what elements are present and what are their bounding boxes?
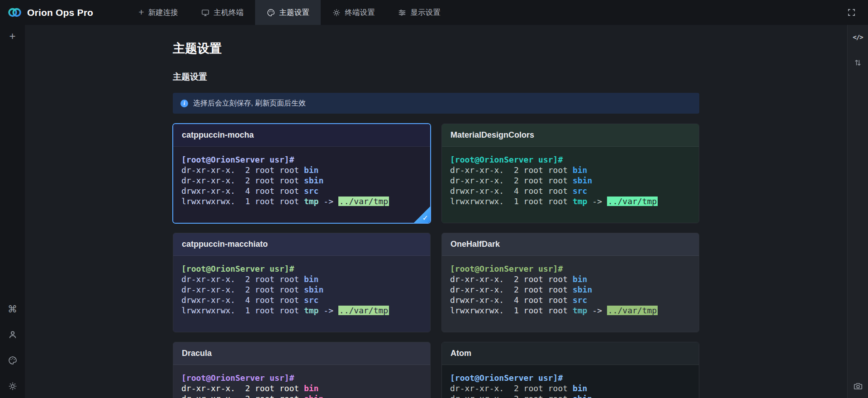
- sliders-icon: [398, 9, 406, 17]
- section-title: 主题设置: [173, 72, 699, 82]
- screenshot-camera-icon[interactable]: [853, 381, 863, 392]
- plus-icon: +: [138, 7, 144, 17]
- theme-card-title: catppuccin-mocha: [173, 124, 430, 147]
- settings-container: 主题设置 主题设置 i 选择后会立刻保存, 刷新页面后生效 catppuccin…: [173, 25, 699, 398]
- nav-item-display-settings[interactable]: 显示设置: [386, 0, 452, 25]
- terminal-preview: [root@OrionServer usr]#dr-xr-xr-x. 2 roo…: [173, 365, 430, 398]
- nav-item-theme-settings[interactable]: 主题设置: [255, 0, 321, 25]
- theme-card[interactable]: Atom [root@OrionServer usr]#dr-xr-xr-x. …: [441, 342, 699, 398]
- nav-item-label: 主题设置: [279, 8, 309, 18]
- nav-item-label: 终端设置: [345, 8, 375, 18]
- theme-card-title: Atom: [442, 342, 699, 365]
- theme-palette-icon: [267, 9, 275, 17]
- sort-arrows-icon[interactable]: [853, 57, 863, 68]
- theme-card[interactable]: Dracula [root@OrionServer usr]#dr-xr-xr-…: [173, 342, 431, 398]
- theme-card[interactable]: catppuccin-macchiato [root@OrionServer u…: [173, 233, 431, 332]
- nav-item-terminal-settings[interactable]: 终端设置: [321, 0, 386, 25]
- theme-card[interactable]: catppuccin-mocha [root@OrionServer usr]#…: [173, 124, 431, 223]
- theme-card-title: MaterialDesignColors: [442, 124, 699, 147]
- user-icon[interactable]: [7, 329, 18, 340]
- gear-icon: [332, 9, 341, 17]
- nav-item-host-terminal[interactable]: 主机终端: [190, 0, 255, 25]
- code-panel-icon[interactable]: </>: [853, 32, 863, 43]
- info-icon: i: [180, 100, 188, 107]
- info-alert: i 选择后会立刻保存, 刷新页面后生效: [173, 93, 699, 114]
- nav-item-label: 显示设置: [410, 8, 440, 18]
- terminal-preview: [root@OrionServer usr]#dr-xr-xr-x. 2 roo…: [442, 147, 699, 223]
- sidebar-bottom-icons: ⌘: [7, 303, 18, 392]
- command-palette-icon[interactable]: ⌘: [7, 303, 18, 314]
- brand: Orion Ops Pro: [0, 0, 103, 25]
- left-sidebar: + ⌘: [0, 25, 25, 398]
- theme-card-title: catppuccin-macchiato: [173, 233, 430, 256]
- theme-card[interactable]: MaterialDesignColors [root@OrionServer u…: [441, 124, 699, 223]
- app-logo-icon: [7, 5, 22, 20]
- terminal-preview: [root@OrionServer usr]#dr-xr-xr-x. 2 roo…: [173, 256, 430, 332]
- app-title: Orion Ops Pro: [27, 7, 93, 18]
- theme-grid: catppuccin-mocha [root@OrionServer usr]#…: [173, 124, 699, 398]
- theme-card-title: Dracula: [173, 342, 430, 365]
- theme-card-title: OneHalfDark: [442, 233, 699, 256]
- settings-gear-icon[interactable]: [7, 381, 18, 392]
- nav-item-label: 主机终端: [213, 8, 243, 18]
- new-tab-icon[interactable]: +: [7, 31, 18, 42]
- main-nav: + 新建连接 主机终端 主题设置: [127, 0, 452, 25]
- theme-palette-icon[interactable]: [7, 355, 18, 366]
- theme-card[interactable]: OneHalfDark [root@OrionServer usr]#dr-xr…: [441, 233, 699, 332]
- check-icon: ✓: [422, 215, 428, 222]
- main-content: 主题设置 主题设置 i 选择后会立刻保存, 刷新页面后生效 catppuccin…: [25, 25, 847, 398]
- terminal-preview: [root@OrionServer usr]#dr-xr-xr-x. 2 roo…: [442, 365, 699, 398]
- navbar-right: [844, 0, 868, 25]
- terminal-preview: [root@OrionServer usr]#dr-xr-xr-x. 2 roo…: [173, 147, 430, 223]
- top-navbar: Orion Ops Pro + 新建连接 主机终端: [0, 0, 868, 25]
- nav-item-new-connection[interactable]: + 新建连接: [127, 0, 190, 25]
- alert-text: 选择后会立刻保存, 刷新页面后生效: [193, 99, 306, 108]
- right-sidebar: </>: [847, 25, 868, 398]
- fullscreen-icon[interactable]: [844, 5, 859, 20]
- page-title: 主题设置: [173, 41, 699, 56]
- nav-item-label: 新建连接: [148, 8, 178, 18]
- terminal-preview: [root@OrionServer usr]#dr-xr-xr-x. 2 roo…: [442, 256, 699, 332]
- terminal-monitor-icon: [201, 9, 209, 17]
